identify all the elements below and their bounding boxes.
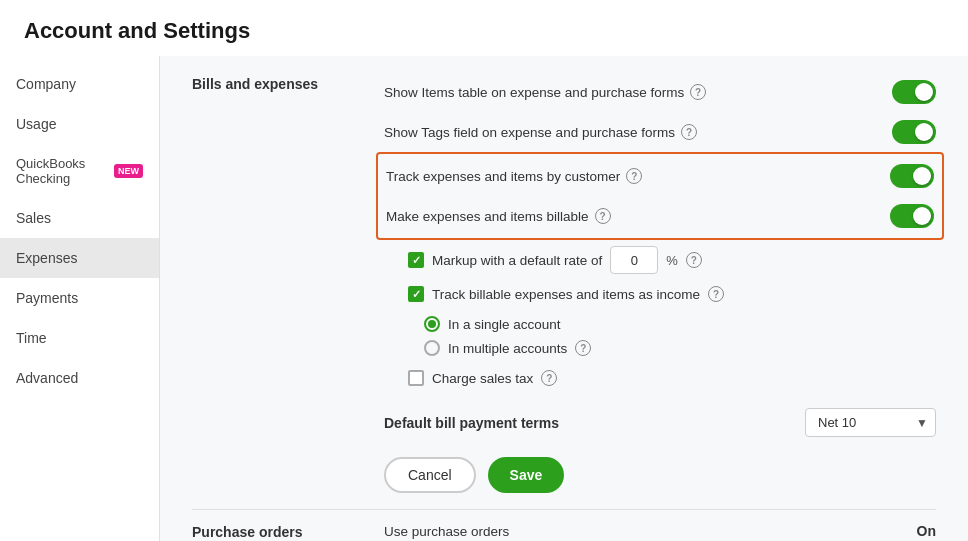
sidebar-item-sales[interactable]: Sales [0,198,159,238]
show-tags-field-row: Show Tags field on expense and purchase … [384,112,936,152]
sidebar-item-label: Payments [16,290,78,306]
section-content: Show Items table on expense and purchase… [384,72,936,509]
make-billable-label: Make expenses and items billable ? [386,208,611,224]
section-label: Bills and expenses [192,72,352,509]
bill-payment-row: Default bill payment terms Net 10 Net 15… [384,392,936,449]
show-items-table-toggle[interactable] [892,80,936,104]
radio-group: In a single account In multiple accounts… [384,308,936,364]
track-expenses-row: Track expenses and items by customer ? [386,156,934,196]
radio-single-account[interactable]: In a single account [424,312,936,336]
main-content: Bills and expenses Show Items table on e… [160,56,968,541]
sidebar-item-usage[interactable]: Usage [0,104,159,144]
markup-input[interactable] [610,246,658,274]
purchase-value: On [917,523,936,539]
show-tags-toggle[interactable] [892,120,936,144]
page-title: Account and Settings [0,0,968,56]
show-tags-label: Show Tags field on expense and purchase … [384,124,697,140]
track-expenses-label: Track expenses and items by customer ? [386,168,642,184]
sidebar-item-company[interactable]: Company [0,64,159,104]
sidebar-item-label: Advanced [16,370,78,386]
radio-multiple-accounts[interactable]: In multiple accounts ? [424,336,936,360]
help-icon-make-billable[interactable]: ? [595,208,611,224]
highlight-box: Track expenses and items by customer ? [376,152,944,240]
help-icon-tax[interactable]: ? [541,370,557,386]
sidebar-item-time[interactable]: Time [0,318,159,358]
sidebar-item-label: QuickBooks Checking [16,156,108,186]
markup-label: Markup with a default rate of [432,253,602,268]
charge-tax-label: Charge sales tax [432,371,533,386]
checkmark-icon: ✓ [412,254,421,267]
make-billable-row: Make expenses and items billable ? [386,196,934,236]
help-icon-markup[interactable]: ? [686,252,702,268]
track-income-row: ✓ Track billable expenses and items as i… [384,280,936,308]
make-billable-toggle[interactable] [890,204,934,228]
markup-unit: % [666,253,678,268]
sidebar-item-advanced[interactable]: Advanced [0,358,159,398]
sidebar-item-expenses[interactable]: Expenses [0,238,159,278]
new-badge: NEW [114,164,143,178]
purchase-section-label: Purchase orders [192,522,352,540]
sidebar-item-payments[interactable]: Payments [0,278,159,318]
help-icon-show-items[interactable]: ? [690,84,706,100]
sidebar: Company Usage QuickBooks Checking NEW Sa… [0,56,160,541]
radio-single-inner [428,320,436,328]
purchase-setting-label: Use purchase orders [384,524,509,539]
charge-tax-checkbox[interactable] [408,370,424,386]
payment-terms-select[interactable]: Net 10 Net 15 Net 30 Due on receipt [805,408,936,437]
payment-terms-select-wrapper: Net 10 Net 15 Net 30 Due on receipt ▼ [805,408,936,437]
help-icon-show-tags[interactable]: ? [681,124,697,140]
save-button[interactable]: Save [488,457,565,493]
radio-multiple-label: In multiple accounts [448,341,567,356]
track-income-label: Track billable expenses and items as inc… [432,287,700,302]
radio-single-outer [424,316,440,332]
help-icon-track-expenses[interactable]: ? [626,168,642,184]
radio-multiple-outer [424,340,440,356]
action-row: Cancel Save [384,449,936,509]
help-icon-track-income[interactable]: ? [708,286,724,302]
bill-payment-label: Default bill payment terms [384,415,559,431]
track-expenses-toggle[interactable] [890,164,934,188]
help-icon-multiple[interactable]: ? [575,340,591,356]
checkmark-icon-income: ✓ [412,288,421,301]
sidebar-item-label: Usage [16,116,56,132]
sidebar-item-label: Sales [16,210,51,226]
purchase-orders-section: Purchase orders Use purchase orders On [192,509,936,540]
show-items-table-label: Show Items table on expense and purchase… [384,84,706,100]
charge-tax-row: Charge sales tax ? [384,364,936,392]
sidebar-item-label: Company [16,76,76,92]
track-income-checkbox[interactable]: ✓ [408,286,424,302]
sidebar-item-label: Expenses [16,250,77,266]
bills-expenses-section: Bills and expenses Show Items table on e… [192,72,936,509]
purchase-content: Use purchase orders On [384,522,936,540]
markup-checkbox[interactable]: ✓ [408,252,424,268]
markup-row: ✓ Markup with a default rate of % ? [384,240,936,280]
show-items-table-row: Show Items table on expense and purchase… [384,72,936,112]
radio-single-label: In a single account [448,317,561,332]
cancel-button[interactable]: Cancel [384,457,476,493]
sidebar-item-label: Time [16,330,47,346]
sidebar-item-quickbooks-checking[interactable]: QuickBooks Checking NEW [0,144,159,198]
